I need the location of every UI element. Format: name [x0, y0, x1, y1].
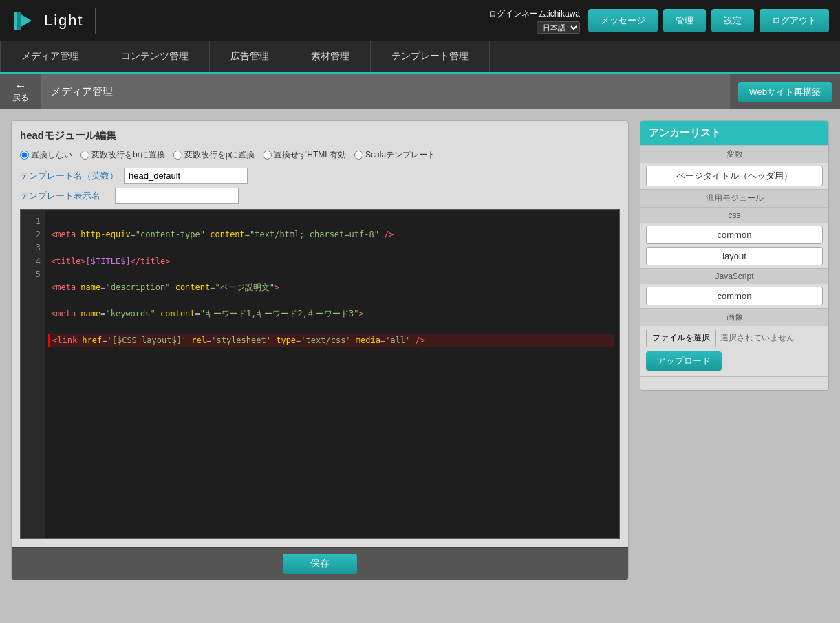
editor-panel: headモジュール編集 置換しない 変数改行をbrに置換 変数改行をpに置換 置…	[11, 120, 629, 580]
code-editor[interactable]: 1 2 3 4 5 <meta http-equiv="content-type…	[20, 209, 620, 539]
radio-no-replace[interactable]: 置換しない	[20, 149, 72, 161]
admin-button[interactable]: 管理	[663, 9, 706, 32]
code-lines-container: 1 2 3 4 5 <meta http-equiv="content-type…	[21, 210, 619, 538]
login-info: ログインネーム:ichikawa 日本語	[488, 8, 580, 34]
message-button[interactable]: メッセージ	[588, 9, 658, 32]
upload-button[interactable]: アップロード	[646, 351, 722, 371]
settings-button[interactable]: 設定	[711, 9, 754, 32]
code-line-4: <meta name="keywords" content="キーワード1,キー…	[51, 307, 614, 320]
header-right: ログインネーム:ichikawa 日本語 メッセージ 管理 設定 ログアウト	[488, 8, 829, 34]
nav-bar: メディア管理 コンテンツ管理 広告管理 素材管理 テンプレート管理	[0, 41, 840, 72]
sidebar-item-contents[interactable]: コンテンツ管理	[100, 41, 210, 72]
editor-panel-inner: headモジュール編集 置換しない 変数改行をbrに置換 変数改行をpに置換 置…	[12, 121, 628, 547]
radio-row: 置換しない 変数改行をbrに置換 変数改行をpに置換 置換せずHTML有効 Sc…	[20, 149, 620, 161]
file-row: ファイルを選択 選択されていません	[646, 329, 823, 347]
css-section-label: css	[640, 207, 828, 223]
login-name: ログインネーム:ichikawa	[488, 8, 580, 20]
image-section: ファイルを選択 選択されていません アップロード	[640, 326, 828, 376]
line-numbers: 1 2 3 4 5	[21, 210, 45, 538]
js-section-label: JavaScript	[640, 268, 828, 284]
app-name: Light	[44, 12, 84, 30]
page-content: ← 戻る メディア管理 Webサイト再構築 headモジュール編集 置換しない …	[0, 74, 840, 623]
logout-button[interactable]: ログアウト	[760, 9, 829, 32]
file-select-button[interactable]: ファイルを選択	[646, 329, 716, 347]
anchor-title: アンカーリスト	[640, 121, 828, 145]
image-section-label: 画像	[640, 308, 828, 326]
anchor-panel: アンカーリスト 変数 ページタイトル（ヘッダ用） 汎用モジュール css com…	[640, 120, 829, 391]
general-module-section-label: 汎用モジュール	[640, 189, 828, 207]
editor-title: headモジュール編集	[20, 129, 620, 142]
rebuild-cell: Webサイト再構築	[730, 74, 841, 109]
anchor-css-common[interactable]: common	[646, 226, 823, 244]
template-display-row: テンプレート表示名	[20, 188, 620, 204]
section-title-area: メディア管理	[41, 74, 730, 109]
section-title: メディア管理	[51, 85, 113, 98]
lang-select[interactable]: 日本語	[537, 21, 580, 34]
anchor-js-common[interactable]: common	[646, 287, 823, 305]
code-line-3: <meta name="description" content="ページ説明文…	[51, 281, 614, 294]
template-name-label: テンプレート名（英数）	[20, 170, 118, 182]
variables-section-label: 変数	[640, 145, 828, 163]
code-content: <meta http-equiv="content-type" content=…	[45, 210, 619, 538]
file-name-label: 選択されていません	[720, 332, 795, 344]
back-button[interactable]: ← 戻る	[0, 74, 41, 109]
logo-icon	[11, 8, 37, 34]
radio-br-replace[interactable]: 変数改行をbrに置換	[80, 149, 165, 161]
anchor-item-page-title[interactable]: ページタイトル（ヘッダ用）	[646, 166, 823, 186]
rebuild-button[interactable]: Webサイト再構築	[738, 82, 832, 102]
sidebar-item-media[interactable]: メディア管理	[0, 41, 100, 72]
radio-html-valid[interactable]: 置換せずHTML有効	[263, 149, 346, 161]
sidebar-item-templates[interactable]: テンプレート管理	[371, 41, 490, 72]
anchor-bottom-spacer	[640, 376, 828, 390]
anchor-css-layout[interactable]: layout	[646, 247, 823, 265]
back-label: 戻る	[12, 92, 29, 104]
logo-area: Light	[11, 8, 96, 34]
code-line-5: <link href='[$CSS_layout$]' rel='stylesh…	[48, 334, 614, 347]
template-display-label: テンプレート表示名	[20, 190, 109, 202]
code-line-1: <meta http-equiv="content-type" content=…	[51, 228, 614, 241]
back-arrow-icon: ←	[14, 80, 27, 92]
template-display-input[interactable]	[115, 188, 239, 204]
radio-p-replace[interactable]: 変数改行をpに置換	[173, 149, 255, 161]
radio-scala[interactable]: Scalaテンプレート	[354, 149, 435, 161]
template-name-input[interactable]	[124, 168, 248, 184]
main-layout: headモジュール編集 置換しない 変数改行をbrに置換 変数改行をpに置換 置…	[0, 109, 840, 591]
sidebar-item-materials[interactable]: 素材管理	[290, 41, 371, 72]
save-button[interactable]: 保存	[283, 554, 357, 574]
code-line-2: <title>[$TITLE$]</title>	[51, 255, 614, 268]
header: Light ログインネーム:ichikawa 日本語 メッセージ 管理 設定 ロ…	[0, 0, 840, 41]
sidebar-item-ads[interactable]: 広告管理	[210, 41, 290, 72]
top-bar: ← 戻る メディア管理 Webサイト再構築	[0, 74, 840, 109]
template-name-row: テンプレート名（英数）	[20, 168, 620, 184]
save-area: 保存	[12, 547, 628, 580]
svg-rect-2	[14, 12, 17, 30]
